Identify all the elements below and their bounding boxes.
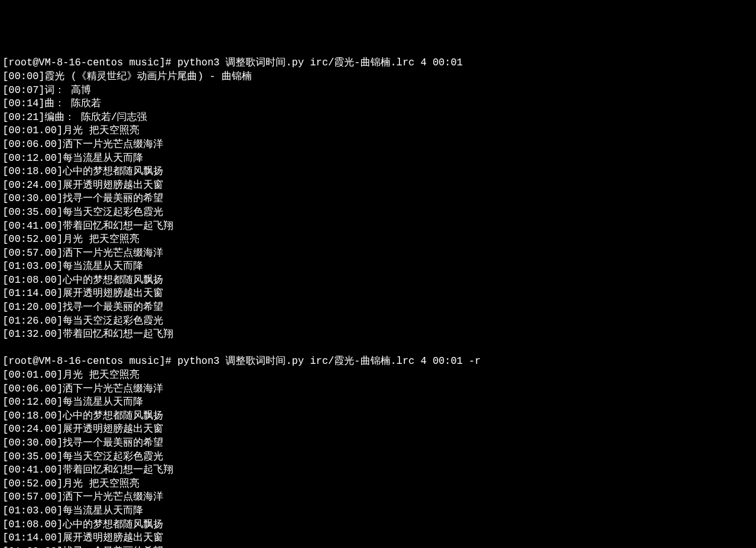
output-text: [00:24.00]展开透明翅膀越出天窗 [3, 424, 163, 435]
output-text: [00:52.00]月光 把天空照亮 [3, 234, 139, 245]
output-text: [01:20.00]找寻一个最美丽的希望 [3, 302, 163, 313]
output-text: [00:01.00]月光 把天空照亮 [3, 125, 139, 136]
terminal-line: [00:12.00]每当流星从天而降 [3, 396, 753, 410]
output-text: [01:03.00]每当流星从天而降 [3, 261, 143, 272]
terminal-line: [00:41.00]带着回忆和幻想一起飞翔 [3, 220, 753, 234]
output-text: [00:30.00]找寻一个最美丽的希望 [3, 193, 163, 204]
terminal-line: [01:03.00]每当流星从天而降 [3, 505, 753, 518]
terminal-line: [00:41.00]带着回忆和幻想一起飞翔 [3, 464, 753, 478]
terminal-line: [00:18.00]心中的梦想都随风飘扬 [3, 165, 753, 179]
terminal-line: [00:30.00]找寻一个最美丽的希望 [3, 192, 753, 206]
terminal-line: [root@VM-8-16-centos music]# python3 调整歌… [3, 355, 753, 369]
terminal-line: [01:08.00]心中的梦想都随风飘扬 [3, 518, 753, 532]
terminal-line: [00:21]编曲： 陈欣若/闫志强 [3, 111, 753, 125]
terminal-line: [00:52.00]月光 把天空照亮 [3, 478, 753, 491]
output-text: [01:14.00]展开透明翅膀越出天窗 [3, 532, 163, 544]
output-text: [00:07]词： 高博 [3, 85, 91, 96]
command-text: python3 调整歌词时间.py irc/霞光-曲锦楠.lrc 4 00:01 [177, 57, 462, 68]
terminal-line: [00:35.00]每当天空泛起彩色霞光 [3, 451, 753, 464]
terminal-line: [00:12.00]每当流星从天而降 [3, 152, 753, 166]
terminal-line: [00:14]曲： 陈欣若 [3, 97, 753, 111]
output-text: [01:03.00]每当流星从天而降 [3, 505, 143, 517]
output-text: [00:12.00]每当流星从天而降 [3, 397, 143, 408]
output-text: [00:21]编曲： 陈欣若/闫志强 [3, 112, 147, 123]
terminal-line: [00:35.00]每当天空泛起彩色霞光 [3, 206, 753, 220]
terminal-line: [01:20.00]找寻一个最美丽的希望 [3, 301, 753, 315]
output-text: [00:24.00]展开透明翅膀越出天窗 [3, 180, 163, 191]
terminal-line: [01:14.00]展开透明翅膀越出天窗 [3, 287, 753, 301]
output-text: [00:18.00]心中的梦想都随风飘扬 [3, 166, 163, 177]
output-text: [00:06.00]洒下一片光芒点缀海洋 [3, 139, 163, 150]
output-text: [01:08.00]心中的梦想都随风飘扬 [3, 275, 163, 286]
terminal-line: [00:06.00]洒下一片光芒点缀海洋 [3, 383, 753, 397]
command-text: python3 调整歌词时间.py irc/霞光-曲锦楠.lrc 4 00:01… [177, 356, 480, 367]
terminal-line: [01:20.00]找寻一个最美丽的希望 [3, 545, 753, 548]
terminal-line: [01:03.00]每当流星从天而降 [3, 260, 753, 274]
terminal-line: [00:57.00]洒下一片光芒点缀海洋 [3, 247, 753, 261]
output-text: [00:30.00]找寻一个最美丽的希望 [3, 437, 163, 449]
output-text: [00:12.00]每当流星从天而降 [3, 153, 143, 164]
terminal-line: [00:18.00]心中的梦想都随风飘扬 [3, 410, 753, 424]
terminal-line: [00:57.00]洒下一片光芒点缀海洋 [3, 491, 753, 505]
terminal-line: [01:14.00]展开透明翅膀越出天窗 [3, 532, 753, 545]
output-text: [00:06.00]洒下一片光芒点缀海洋 [3, 383, 163, 395]
output-text: [00:00]霞光 (《精灵世纪》动画片片尾曲) - 曲锦楠 [3, 71, 252, 82]
output-text: [00:41.00]带着回忆和幻想一起飞翔 [3, 221, 173, 232]
terminal-line: [00:30.00]找寻一个最美丽的希望 [3, 437, 753, 451]
shell-prompt: [root@VM-8-16-centos music]# [3, 57, 177, 68]
output-text: [00:18.00]心中的梦想都随风飘扬 [3, 410, 163, 422]
terminal-line: [root@VM-8-16-centos music]# python3 调整歌… [3, 57, 753, 70]
terminal-line: [00:01.00]月光 把天空照亮 [3, 124, 753, 138]
output-text: [00:57.00]洒下一片光芒点缀海洋 [3, 248, 163, 259]
output-text: [00:01.00]月光 把天空照亮 [3, 370, 139, 381]
terminal-line: [00:24.00]展开透明翅膀越出天窗 [3, 423, 753, 437]
output-text: [01:08.00]心中的梦想都随风飘扬 [3, 519, 163, 530]
output-text: [01:26.00]每当天空泛起彩色霞光 [3, 315, 163, 327]
terminal-line: [00:07]词： 高博 [3, 84, 753, 98]
output-text: [00:57.00]洒下一片光芒点缀海洋 [3, 491, 163, 503]
output-text: [00:35.00]每当天空泛起彩色霞光 [3, 451, 163, 463]
terminal-window[interactable]: [root@VM-8-16-centos music]# python3 调整歌… [3, 57, 753, 548]
terminal-line: [00:01.00]月光 把天空照亮 [3, 369, 753, 383]
output-text: [01:14.00]展开透明翅膀越出天窗 [3, 288, 163, 299]
terminal-line: [01:26.00]每当天空泛起彩色霞光 [3, 315, 753, 329]
terminal-line: [00:06.00]洒下一片光芒点缀海洋 [3, 138, 753, 152]
output-text [3, 342, 9, 354]
output-text: [00:35.00]每当天空泛起彩色霞光 [3, 207, 163, 218]
terminal-line [3, 342, 753, 356]
terminal-line: [00:24.00]展开透明翅膀越出天窗 [3, 179, 753, 193]
terminal-line: [00:52.00]月光 把天空照亮 [3, 233, 753, 247]
shell-prompt: [root@VM-8-16-centos music]# [3, 356, 177, 367]
terminal-line: [01:32.00]带着回忆和幻想一起飞翔 [3, 328, 753, 342]
output-text: [01:32.00]带着回忆和幻想一起飞翔 [3, 329, 173, 340]
terminal-line: [01:08.00]心中的梦想都随风飘扬 [3, 274, 753, 288]
output-text: [00:41.00]带着回忆和幻想一起飞翔 [3, 464, 173, 476]
output-text: [00:14]曲： 陈欣若 [3, 98, 101, 109]
terminal-line: [00:00]霞光 (《精灵世纪》动画片片尾曲) - 曲锦楠 [3, 70, 753, 84]
output-text: [00:52.00]月光 把天空照亮 [3, 478, 139, 490]
